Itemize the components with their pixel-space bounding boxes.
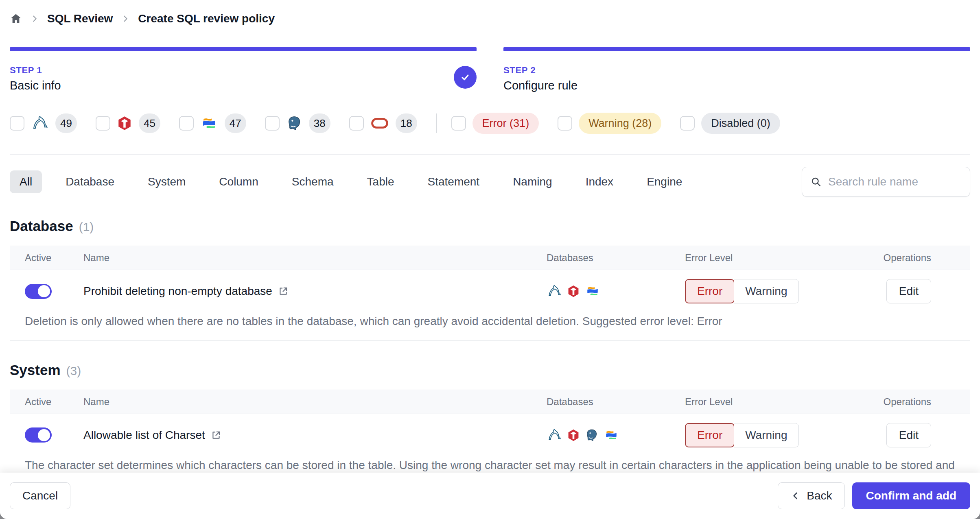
error-level-toggle-group: Error Warning bbox=[685, 423, 844, 447]
oceanbase-icon bbox=[200, 115, 218, 131]
tab-naming[interactable]: Naming bbox=[503, 170, 562, 193]
section-title: System bbox=[10, 362, 61, 378]
tidb-icon bbox=[567, 285, 580, 298]
category-tabs: All Database System Column Schema Table … bbox=[10, 167, 970, 197]
edit-button[interactable]: Edit bbox=[886, 279, 931, 303]
footer-action-bar: Cancel Back Confirm and add bbox=[0, 473, 980, 519]
tab-index[interactable]: Index bbox=[576, 170, 623, 193]
filter-level-warning[interactable]: Warning (28) bbox=[558, 113, 661, 134]
rule-databases bbox=[547, 428, 685, 442]
back-button[interactable]: Back bbox=[778, 482, 844, 509]
rule-active-toggle[interactable] bbox=[25, 284, 52, 299]
breadcrumb-sql-review[interactable]: SQL Review bbox=[47, 12, 113, 25]
filter-engine-oceanbase[interactable]: 47 bbox=[179, 113, 246, 133]
tab-all[interactable]: All bbox=[10, 170, 42, 193]
rule-name: Allowable list of Charset bbox=[83, 429, 205, 442]
section-title: Database bbox=[10, 218, 73, 234]
step-2-title: Configure rule bbox=[503, 79, 970, 92]
column-header-operations: Operations bbox=[844, 252, 970, 264]
tidb-rule-count: 45 bbox=[139, 113, 160, 133]
chevron-right-icon bbox=[121, 14, 130, 23]
mysql-icon bbox=[31, 115, 49, 131]
tab-table[interactable]: Table bbox=[357, 170, 404, 193]
error-level-warning-button[interactable]: Warning bbox=[734, 423, 799, 447]
table-row: Prohibit deleting non-empty database bbox=[10, 270, 970, 309]
disabled-count-pill: Disabled (0) bbox=[701, 113, 780, 134]
filter-engine-mysql[interactable]: 49 bbox=[10, 113, 77, 133]
table-row: Allowable list of Charset bbox=[10, 414, 970, 453]
app-window: SQL Review Create SQL review policy STEP… bbox=[0, 0, 980, 519]
filter-engine-oracle[interactable]: 18 bbox=[349, 113, 417, 133]
tab-database[interactable]: Database bbox=[56, 170, 124, 193]
error-level-error-button[interactable]: Error bbox=[685, 279, 735, 303]
step-1: STEP 1 Basic info bbox=[10, 47, 477, 92]
column-header-operations: Operations bbox=[844, 396, 970, 408]
search-input[interactable] bbox=[827, 175, 962, 189]
tab-schema[interactable]: Schema bbox=[282, 170, 343, 193]
chevron-left-icon bbox=[790, 491, 801, 501]
error-count-pill: Error (31) bbox=[472, 113, 539, 134]
oceanbase-checkbox[interactable] bbox=[179, 116, 194, 131]
tab-system[interactable]: System bbox=[138, 170, 195, 193]
filter-engine-postgresql[interactable]: 38 bbox=[265, 113, 330, 133]
tidb-checkbox[interactable] bbox=[96, 116, 110, 131]
table-header: Active Name Databases Error Level Operat… bbox=[10, 390, 970, 414]
mysql-icon bbox=[547, 428, 562, 442]
oracle-checkbox[interactable] bbox=[349, 116, 364, 131]
filter-divider bbox=[436, 113, 437, 133]
filter-bar: 49 45 47 38 bbox=[10, 113, 970, 134]
mysql-icon bbox=[547, 284, 562, 298]
column-header-databases: Databases bbox=[547, 396, 685, 408]
confirm-and-add-button[interactable]: Confirm and add bbox=[852, 482, 970, 509]
step-1-completed-check-icon bbox=[454, 66, 477, 89]
postgresql-rule-count: 38 bbox=[309, 113, 330, 133]
section-heading-database: Database (1) bbox=[10, 218, 970, 234]
step-1-title: Basic info bbox=[10, 79, 477, 92]
column-header-error-level: Error Level bbox=[685, 396, 844, 408]
database-rule-table: Active Name Databases Error Level Operat… bbox=[10, 246, 970, 341]
section-count: (1) bbox=[79, 220, 94, 234]
column-header-name: Name bbox=[83, 396, 547, 408]
warning-count-pill: Warning (28) bbox=[579, 113, 661, 134]
disabled-checkbox[interactable] bbox=[680, 116, 695, 131]
step-2-label: STEP 2 bbox=[503, 65, 970, 76]
column-header-name: Name bbox=[83, 252, 547, 264]
postgresql-checkbox[interactable] bbox=[265, 116, 280, 131]
filter-engine-tidb[interactable]: 45 bbox=[96, 113, 160, 133]
rule-active-toggle[interactable] bbox=[25, 427, 52, 443]
step-2-progress-bar bbox=[503, 47, 970, 51]
external-link-icon[interactable] bbox=[278, 286, 289, 297]
cancel-button[interactable]: Cancel bbox=[10, 482, 70, 509]
column-header-active: Active bbox=[10, 396, 83, 408]
divider bbox=[10, 154, 970, 155]
step-2: STEP 2 Configure rule bbox=[503, 47, 970, 92]
home-icon[interactable] bbox=[10, 13, 22, 25]
oceanbase-icon bbox=[604, 428, 619, 442]
error-checkbox[interactable] bbox=[451, 116, 466, 131]
tab-statement[interactable]: Statement bbox=[418, 170, 490, 193]
oracle-icon bbox=[370, 116, 389, 130]
oracle-rule-count: 18 bbox=[396, 113, 417, 133]
mysql-checkbox[interactable] bbox=[10, 116, 24, 131]
breadcrumb-current-page: Create SQL review policy bbox=[138, 12, 275, 25]
external-link-icon[interactable] bbox=[211, 430, 221, 440]
edit-button[interactable]: Edit bbox=[886, 423, 931, 447]
oceanbase-rule-count: 47 bbox=[225, 113, 246, 133]
oceanbase-icon bbox=[585, 284, 600, 298]
chevron-right-icon bbox=[30, 14, 39, 23]
tab-engine[interactable]: Engine bbox=[637, 170, 692, 193]
filter-level-disabled[interactable]: Disabled (0) bbox=[680, 113, 780, 134]
section-heading-system: System (3) bbox=[10, 362, 970, 378]
tidb-icon bbox=[567, 429, 580, 442]
postgresql-icon bbox=[585, 428, 599, 442]
postgresql-icon bbox=[286, 115, 302, 131]
warning-checkbox[interactable] bbox=[558, 116, 572, 131]
rule-description: Deletion is only allowed when there are … bbox=[10, 309, 970, 340]
error-level-error-button[interactable]: Error bbox=[685, 423, 735, 447]
search-box bbox=[802, 167, 970, 197]
step-1-progress-bar bbox=[10, 47, 477, 51]
mysql-rule-count: 49 bbox=[55, 113, 77, 133]
error-level-warning-button[interactable]: Warning bbox=[734, 279, 799, 303]
tab-column[interactable]: Column bbox=[209, 170, 268, 193]
filter-level-error[interactable]: Error (31) bbox=[451, 113, 539, 134]
